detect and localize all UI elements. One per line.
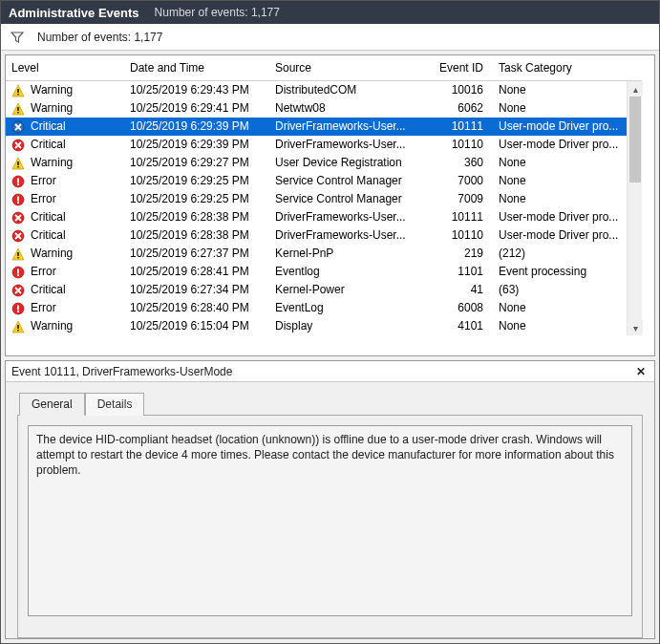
cell-category: (212) (493, 245, 627, 263)
cell-date: 10/25/2019 6:29:39 PM (124, 118, 269, 136)
cell-category: User-mode Driver pro... (493, 208, 627, 226)
col-date[interactable]: Date and Time (124, 55, 269, 81)
cell-category: None (493, 299, 627, 317)
cell-event-id: 10016 (426, 81, 493, 99)
cell-event-id: 4101 (426, 317, 493, 335)
cell-source: DriverFrameworks-User... (269, 136, 426, 154)
col-level[interactable]: Level (6, 55, 124, 81)
cell-date: 10/25/2019 6:28:38 PM (124, 226, 269, 245)
critical-blue-icon (11, 120, 25, 134)
cell-date: 10/25/2019 6:29:25 PM (124, 172, 269, 190)
cell-category: None (493, 190, 627, 208)
cell-level: Error (6, 190, 124, 208)
cell-source: Netwtw08 (269, 99, 426, 118)
detail-pane: Event 10111, DriverFrameworks-UserMode ✕… (5, 360, 655, 639)
tab-panel: The device HID-compliant headset (locati… (17, 415, 643, 638)
title-main: Administrative Events (9, 6, 139, 20)
cell-date: 10/25/2019 6:15:04 PM (124, 317, 269, 335)
cell-source: DriverFrameworks-User... (269, 208, 426, 226)
cell-level: Error (6, 263, 124, 281)
cell-event-id: 1101 (426, 263, 493, 281)
cell-date: 10/25/2019 6:29:25 PM (124, 190, 269, 208)
critical-icon (11, 284, 25, 297)
warning-icon (11, 84, 25, 97)
cell-category: User-mode Driver pro... (493, 136, 627, 154)
warning-icon (11, 102, 25, 116)
cell-category: (63) (493, 281, 627, 299)
cell-date: 10/25/2019 6:28:38 PM (124, 208, 269, 226)
cell-event-id: 7000 (426, 172, 493, 190)
cell-category: None (493, 317, 627, 335)
cell-source: Service Control Manager (269, 172, 426, 190)
cell-source: Display (269, 317, 426, 335)
cell-level: Critical (6, 136, 124, 154)
cell-source: Service Control Manager (269, 190, 426, 208)
cell-level: Critical (6, 208, 124, 226)
scroll-down-icon[interactable]: ▾ (628, 320, 643, 335)
cell-category: None (493, 172, 627, 190)
cell-date: 10/25/2019 6:27:37 PM (124, 245, 269, 263)
cell-category: Event processing (493, 263, 627, 281)
col-scroll-gutter (627, 55, 642, 81)
col-source[interactable]: Source (269, 55, 426, 81)
cell-source: Eventlog (269, 263, 426, 281)
filterbar: Number of events: 1,177 (1, 24, 659, 51)
col-event-id[interactable]: Event ID (426, 55, 493, 81)
event-description[interactable]: The device HID-compliant headset (locati… (28, 425, 632, 616)
cell-date: 10/25/2019 6:28:40 PM (124, 299, 269, 317)
detail-header: Event 10111, DriverFrameworks-UserMode ✕ (6, 361, 654, 382)
cell-source: EventLog (269, 299, 426, 317)
tab-details[interactable]: Details (85, 393, 145, 416)
cell-date: 10/25/2019 6:29:41 PM (124, 99, 269, 118)
cell-level: Warning (6, 245, 124, 263)
detail-title: Event 10111, DriverFrameworks-UserMode (11, 365, 232, 378)
cell-event-id: 6008 (426, 299, 493, 317)
cell-source: User Device Registration (269, 154, 426, 172)
warning-icon (11, 320, 25, 333)
cell-source: DistributedCOM (269, 81, 426, 99)
warning-icon (11, 247, 25, 261)
cell-level: Warning (6, 154, 124, 172)
cell-event-id: 10111 (426, 208, 493, 226)
critical-icon (11, 229, 25, 243)
cell-event-id: 10111 (426, 118, 493, 136)
title-sub: Number of events: 1,177 (155, 6, 280, 19)
error-icon (11, 266, 25, 279)
cell-category: None (493, 81, 627, 99)
tabs: General Details (19, 392, 643, 415)
error-icon (11, 193, 25, 206)
error-icon (11, 302, 25, 315)
cell-source: DriverFrameworks-User... (269, 226, 426, 245)
cell-date: 10/25/2019 6:27:34 PM (124, 281, 269, 299)
scroll-thumb[interactable] (629, 97, 641, 182)
warning-icon (11, 157, 25, 170)
error-icon (11, 175, 25, 188)
event-viewer-window: Administrative Events Number of events: … (0, 0, 660, 644)
cell-event-id: 360 (426, 154, 493, 172)
critical-icon (11, 139, 25, 152)
cell-event-id: 10110 (426, 226, 493, 245)
cell-level: Error (6, 299, 124, 317)
cell-source: DriverFrameworks-User... (269, 118, 426, 136)
cell-source: Kernel-PnP (269, 245, 426, 263)
cell-level: Error (6, 172, 124, 190)
event-count-label: Number of events: 1,177 (37, 31, 162, 44)
cell-event-id: 10110 (426, 136, 493, 154)
scroll-up-icon[interactable]: ▴ (628, 81, 643, 97)
critical-icon (11, 211, 25, 225)
filter-icon[interactable] (11, 31, 24, 44)
cell-level: Critical (6, 118, 124, 136)
panels: Level Date and Time Source Event ID Task… (1, 51, 659, 643)
cell-date: 10/25/2019 6:29:43 PM (124, 81, 269, 99)
cell-date: 10/25/2019 6:29:39 PM (124, 136, 269, 154)
col-category[interactable]: Task Category (493, 55, 627, 81)
cell-event-id: 6062 (426, 99, 493, 118)
close-icon[interactable]: ✕ (633, 364, 649, 379)
cell-source: Kernel-Power (269, 281, 426, 299)
event-grid[interactable]: Level Date and Time Source Event ID Task… (5, 54, 655, 356)
grid-scrollbar[interactable]: ▴ ▾ (627, 81, 642, 335)
tab-general[interactable]: General (19, 393, 85, 416)
cell-level: Warning (6, 99, 124, 118)
titlebar: Administrative Events Number of events: … (1, 1, 659, 24)
cell-event-id: 219 (426, 245, 493, 263)
